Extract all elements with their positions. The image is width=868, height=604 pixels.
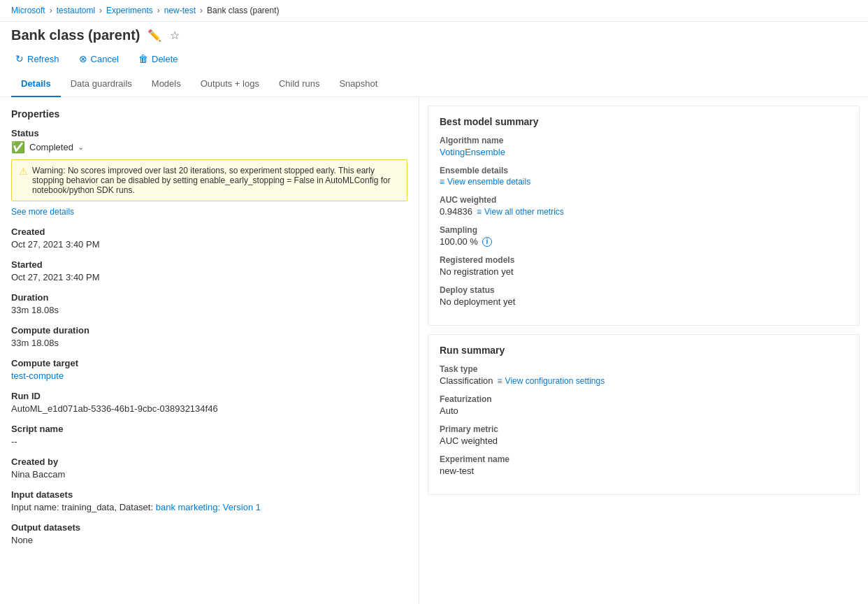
- delete-button[interactable]: 🗑 Delete: [134, 50, 182, 67]
- breadcrumb-sep-3: ›: [157, 6, 160, 15]
- ensemble-value: ≡ View ensemble details: [440, 177, 848, 187]
- best-model-title: Best model summary: [440, 116, 848, 127]
- view-ensemble-link[interactable]: ≡ View ensemble details: [440, 177, 530, 187]
- breadcrumb: Microsoft › testautoml › Experiments › n…: [0, 0, 868, 22]
- created-by-label: Created by: [11, 456, 407, 467]
- right-panel: Best model summary Algorithm name Voting…: [419, 97, 868, 604]
- edit-button[interactable]: ✏️: [146, 27, 163, 43]
- see-more-link[interactable]: See more details: [11, 207, 407, 217]
- featurization-value: Auto: [440, 405, 848, 416]
- duration-group: Duration 33m 18.08s: [11, 292, 407, 315]
- auc-number: 0.94836: [440, 206, 472, 217]
- title-bar: Bank class (parent) ✏️ ☆: [0, 22, 868, 46]
- breadcrumb-testautoml[interactable]: testautoml: [57, 6, 95, 15]
- script-name-value: --: [11, 436, 407, 447]
- created-by-value: Nina Baccam: [11, 469, 407, 480]
- run-id-group: Run ID AutoML_e1d071ab-5336-46b1-9cbc-03…: [11, 391, 407, 414]
- compute-duration-group: Compute duration 33m 18.08s: [11, 325, 407, 348]
- primary-metric-row: Primary metric AUC weighted: [440, 424, 848, 446]
- tab-snapshot[interactable]: Snapshot: [329, 71, 387, 97]
- input-datasets-link[interactable]: bank marketing: Version 1: [156, 502, 261, 512]
- sampling-number: 100.00 %: [440, 236, 478, 247]
- breadcrumb-sep-4: ›: [200, 6, 203, 15]
- breadcrumb-current: Bank class (parent): [207, 6, 279, 15]
- breadcrumb-new-test[interactable]: new-test: [164, 6, 196, 15]
- tab-child-runs[interactable]: Child runs: [269, 71, 330, 97]
- sampling-row: Sampling 100.00 % i: [440, 225, 848, 247]
- toolbar: ↻ Refresh ⊗ Cancel 🗑 Delete: [0, 46, 868, 71]
- compute-target-value: test-compute: [11, 371, 407, 381]
- output-datasets-label: Output datasets: [11, 522, 407, 533]
- tab-models[interactable]: Models: [142, 71, 191, 97]
- status-check-icon: ✅: [11, 141, 25, 154]
- properties-panel: Properties Status ✅ Completed ⌄ ⚠ Warnin…: [0, 97, 419, 604]
- task-type-value: Classification ≡ View configuration sett…: [440, 375, 848, 386]
- tab-details[interactable]: Details: [11, 71, 61, 97]
- featurization-row: Featurization Auto: [440, 394, 848, 416]
- ensemble-label: Ensemble details: [440, 166, 848, 175]
- breadcrumb-sep-1: ›: [50, 6, 52, 15]
- experiment-name-row: Experiment name new-test: [440, 454, 848, 476]
- task-type-label: Task type: [440, 364, 848, 374]
- algorithm-link[interactable]: VotingEnsemble: [440, 147, 505, 157]
- metrics-list-icon: ≡: [477, 207, 482, 217]
- input-datasets-text: Input name: training_data, Dataset:: [11, 502, 156, 512]
- run-summary-title: Run summary: [440, 345, 848, 356]
- input-datasets-group: Input datasets Input name: training_data…: [11, 489, 407, 512]
- task-type-row: Task type Classification ≡ View configur…: [440, 364, 848, 386]
- algorithm-label: Algorithm name: [440, 136, 848, 145]
- run-id-label: Run ID: [11, 391, 407, 401]
- status-value: Completed: [29, 142, 73, 152]
- registered-models-row: Registered models No registration yet: [440, 255, 848, 277]
- deploy-status-value: No deployment yet: [440, 296, 848, 307]
- compute-target-group: Compute target test-compute: [11, 358, 407, 381]
- tab-outputs-logs[interactable]: Outputs + logs: [191, 71, 269, 97]
- sampling-label: Sampling: [440, 225, 848, 235]
- started-group: Started Oct 27, 2021 3:40 PM: [11, 259, 407, 282]
- status-dropdown-icon[interactable]: ⌄: [78, 143, 84, 152]
- breadcrumb-microsoft[interactable]: Microsoft: [11, 6, 45, 15]
- created-value: Oct 27, 2021 3:40 PM: [11, 239, 407, 250]
- view-config-settings-link[interactable]: ≡ View configuration settings: [498, 376, 605, 386]
- warning-icon: ⚠: [19, 166, 28, 177]
- ensemble-row: Ensemble details ≡ View ensemble details: [440, 166, 848, 187]
- best-model-card: Best model summary Algorithm name Voting…: [428, 106, 860, 326]
- featurization-label: Featurization: [440, 394, 848, 404]
- list-icon: ≡: [440, 177, 444, 187]
- auc-row: AUC weighted 0.94836 ≡ View all other me…: [440, 195, 848, 217]
- status-group: Status ✅ Completed ⌄ ⚠ Warning: No score…: [11, 128, 407, 217]
- created-label: Created: [11, 226, 407, 237]
- output-datasets-group: Output datasets None: [11, 522, 407, 545]
- auc-label: AUC weighted: [440, 195, 848, 205]
- started-value: Oct 27, 2021 3:40 PM: [11, 272, 407, 282]
- main-content: Properties Status ✅ Completed ⌄ ⚠ Warnin…: [0, 97, 868, 604]
- status-row: ✅ Completed ⌄: [11, 141, 407, 154]
- output-datasets-value: None: [11, 535, 407, 545]
- status-label: Status: [11, 128, 407, 138]
- run-id-value: AutoML_e1d071ab-5336-46b1-9cbc-038932134…: [11, 403, 407, 414]
- input-datasets-label: Input datasets: [11, 489, 407, 500]
- duration-label: Duration: [11, 292, 407, 303]
- task-type-text: Classification: [440, 375, 493, 386]
- breadcrumb-experiments[interactable]: Experiments: [106, 6, 153, 15]
- view-other-metrics-link[interactable]: ≡ View all other metrics: [477, 207, 564, 217]
- cancel-button[interactable]: ⊗ Cancel: [75, 50, 123, 67]
- cancel-icon: ⊗: [79, 53, 87, 64]
- primary-metric-value: AUC weighted: [440, 436, 848, 446]
- script-name-group: Script name --: [11, 424, 407, 447]
- refresh-button[interactable]: ↻ Refresh: [11, 50, 64, 67]
- created-group: Created Oct 27, 2021 3:40 PM: [11, 226, 407, 250]
- sampling-info-icon[interactable]: i: [482, 237, 492, 247]
- compute-target-link[interactable]: test-compute: [11, 371, 64, 381]
- warning-box: ⚠ Warning: No scores improved over last …: [11, 159, 407, 201]
- script-name-label: Script name: [11, 424, 407, 434]
- breadcrumb-sep-2: ›: [99, 6, 102, 15]
- tab-data-guardrails[interactable]: Data guardrails: [61, 71, 142, 97]
- experiment-name-label: Experiment name: [440, 454, 848, 464]
- deploy-status-row: Deploy status No deployment yet: [440, 285, 848, 307]
- favorite-button[interactable]: ☆: [168, 27, 181, 43]
- compute-duration-label: Compute duration: [11, 325, 407, 336]
- registered-models-value: No registration yet: [440, 266, 848, 277]
- warning-text: Warning: No scores improved over last 20…: [32, 166, 400, 195]
- delete-icon: 🗑: [138, 53, 148, 64]
